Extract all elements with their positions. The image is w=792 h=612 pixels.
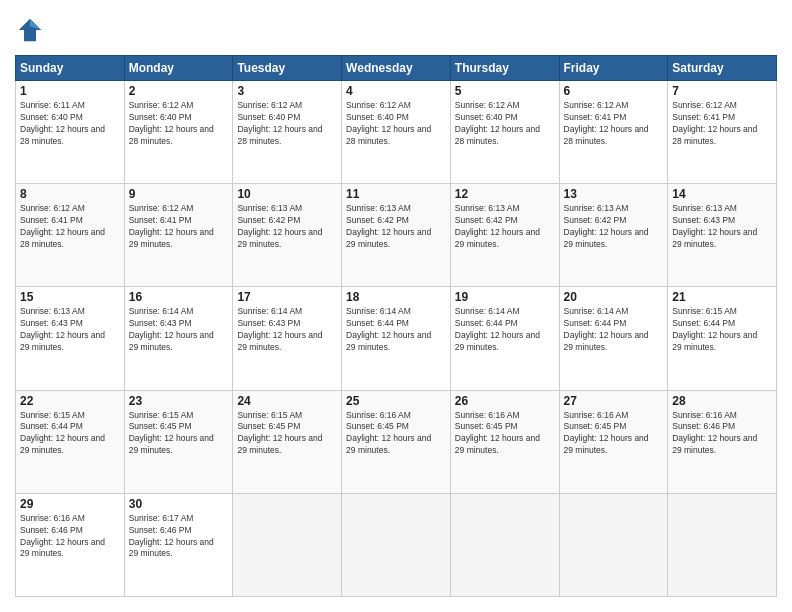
calendar-cell: 20 Sunrise: 6:14 AM Sunset: 6:44 PM Dayl… <box>559 287 668 390</box>
logo-icon <box>15 15 45 45</box>
day-number: 7 <box>672 84 772 98</box>
day-info: Sunrise: 6:12 AM Sunset: 6:40 PM Dayligh… <box>237 100 337 148</box>
day-number: 14 <box>672 187 772 201</box>
day-info: Sunrise: 6:12 AM Sunset: 6:41 PM Dayligh… <box>129 203 229 251</box>
calendar-cell: 2 Sunrise: 6:12 AM Sunset: 6:40 PM Dayli… <box>124 81 233 184</box>
day-info: Sunrise: 6:16 AM Sunset: 6:46 PM Dayligh… <box>672 410 772 458</box>
day-info: Sunrise: 6:15 AM Sunset: 6:45 PM Dayligh… <box>129 410 229 458</box>
weekday-header-sunday: Sunday <box>16 56 125 81</box>
calendar-cell: 13 Sunrise: 6:13 AM Sunset: 6:42 PM Dayl… <box>559 184 668 287</box>
weekday-header-saturday: Saturday <box>668 56 777 81</box>
weekday-header-wednesday: Wednesday <box>342 56 451 81</box>
day-number: 17 <box>237 290 337 304</box>
day-info: Sunrise: 6:14 AM Sunset: 6:44 PM Dayligh… <box>455 306 555 354</box>
calendar-cell: 26 Sunrise: 6:16 AM Sunset: 6:45 PM Dayl… <box>450 390 559 493</box>
day-info: Sunrise: 6:13 AM Sunset: 6:42 PM Dayligh… <box>237 203 337 251</box>
day-number: 30 <box>129 497 229 511</box>
day-number: 18 <box>346 290 446 304</box>
calendar-cell <box>559 493 668 596</box>
day-number: 4 <box>346 84 446 98</box>
day-number: 20 <box>564 290 664 304</box>
day-number: 12 <box>455 187 555 201</box>
day-number: 25 <box>346 394 446 408</box>
day-info: Sunrise: 6:15 AM Sunset: 6:45 PM Dayligh… <box>237 410 337 458</box>
calendar-cell: 3 Sunrise: 6:12 AM Sunset: 6:40 PM Dayli… <box>233 81 342 184</box>
calendar-cell: 9 Sunrise: 6:12 AM Sunset: 6:41 PM Dayli… <box>124 184 233 287</box>
calendar-cell: 23 Sunrise: 6:15 AM Sunset: 6:45 PM Dayl… <box>124 390 233 493</box>
calendar-cell: 12 Sunrise: 6:13 AM Sunset: 6:42 PM Dayl… <box>450 184 559 287</box>
day-number: 27 <box>564 394 664 408</box>
page: SundayMondayTuesdayWednesdayThursdayFrid… <box>0 0 792 612</box>
day-number: 15 <box>20 290 120 304</box>
day-number: 16 <box>129 290 229 304</box>
header <box>15 15 777 45</box>
calendar-cell: 25 Sunrise: 6:16 AM Sunset: 6:45 PM Dayl… <box>342 390 451 493</box>
calendar-cell: 28 Sunrise: 6:16 AM Sunset: 6:46 PM Dayl… <box>668 390 777 493</box>
calendar-cell: 15 Sunrise: 6:13 AM Sunset: 6:43 PM Dayl… <box>16 287 125 390</box>
day-info: Sunrise: 6:14 AM Sunset: 6:44 PM Dayligh… <box>564 306 664 354</box>
day-info: Sunrise: 6:12 AM Sunset: 6:40 PM Dayligh… <box>129 100 229 148</box>
day-info: Sunrise: 6:15 AM Sunset: 6:44 PM Dayligh… <box>672 306 772 354</box>
calendar-cell: 10 Sunrise: 6:13 AM Sunset: 6:42 PM Dayl… <box>233 184 342 287</box>
week-row-2: 8 Sunrise: 6:12 AM Sunset: 6:41 PM Dayli… <box>16 184 777 287</box>
calendar-cell <box>342 493 451 596</box>
day-info: Sunrise: 6:14 AM Sunset: 6:43 PM Dayligh… <box>129 306 229 354</box>
day-info: Sunrise: 6:17 AM Sunset: 6:46 PM Dayligh… <box>129 513 229 561</box>
calendar-cell: 24 Sunrise: 6:15 AM Sunset: 6:45 PM Dayl… <box>233 390 342 493</box>
day-info: Sunrise: 6:13 AM Sunset: 6:42 PM Dayligh… <box>564 203 664 251</box>
day-info: Sunrise: 6:16 AM Sunset: 6:45 PM Dayligh… <box>455 410 555 458</box>
day-number: 24 <box>237 394 337 408</box>
day-info: Sunrise: 6:16 AM Sunset: 6:46 PM Dayligh… <box>20 513 120 561</box>
day-number: 19 <box>455 290 555 304</box>
calendar-cell: 14 Sunrise: 6:13 AM Sunset: 6:43 PM Dayl… <box>668 184 777 287</box>
day-number: 23 <box>129 394 229 408</box>
calendar-cell: 27 Sunrise: 6:16 AM Sunset: 6:45 PM Dayl… <box>559 390 668 493</box>
logo <box>15 15 49 45</box>
calendar-cell: 7 Sunrise: 6:12 AM Sunset: 6:41 PM Dayli… <box>668 81 777 184</box>
day-number: 11 <box>346 187 446 201</box>
calendar-cell <box>668 493 777 596</box>
day-number: 6 <box>564 84 664 98</box>
weekday-header-friday: Friday <box>559 56 668 81</box>
day-number: 9 <box>129 187 229 201</box>
day-number: 26 <box>455 394 555 408</box>
day-number: 28 <box>672 394 772 408</box>
week-row-1: 1 Sunrise: 6:11 AM Sunset: 6:40 PM Dayli… <box>16 81 777 184</box>
day-info: Sunrise: 6:14 AM Sunset: 6:43 PM Dayligh… <box>237 306 337 354</box>
weekday-header-tuesday: Tuesday <box>233 56 342 81</box>
calendar-cell: 18 Sunrise: 6:14 AM Sunset: 6:44 PM Dayl… <box>342 287 451 390</box>
day-info: Sunrise: 6:15 AM Sunset: 6:44 PM Dayligh… <box>20 410 120 458</box>
week-row-3: 15 Sunrise: 6:13 AM Sunset: 6:43 PM Dayl… <box>16 287 777 390</box>
calendar-cell: 1 Sunrise: 6:11 AM Sunset: 6:40 PM Dayli… <box>16 81 125 184</box>
calendar-cell: 6 Sunrise: 6:12 AM Sunset: 6:41 PM Dayli… <box>559 81 668 184</box>
day-info: Sunrise: 6:12 AM Sunset: 6:41 PM Dayligh… <box>564 100 664 148</box>
day-info: Sunrise: 6:16 AM Sunset: 6:45 PM Dayligh… <box>346 410 446 458</box>
day-info: Sunrise: 6:14 AM Sunset: 6:44 PM Dayligh… <box>346 306 446 354</box>
calendar-cell <box>233 493 342 596</box>
day-info: Sunrise: 6:13 AM Sunset: 6:43 PM Dayligh… <box>672 203 772 251</box>
day-number: 13 <box>564 187 664 201</box>
day-number: 29 <box>20 497 120 511</box>
day-number: 1 <box>20 84 120 98</box>
calendar-cell: 8 Sunrise: 6:12 AM Sunset: 6:41 PM Dayli… <box>16 184 125 287</box>
day-info: Sunrise: 6:12 AM Sunset: 6:41 PM Dayligh… <box>672 100 772 148</box>
calendar-cell: 22 Sunrise: 6:15 AM Sunset: 6:44 PM Dayl… <box>16 390 125 493</box>
day-number: 5 <box>455 84 555 98</box>
day-info: Sunrise: 6:12 AM Sunset: 6:40 PM Dayligh… <box>455 100 555 148</box>
weekday-header-row: SundayMondayTuesdayWednesdayThursdayFrid… <box>16 56 777 81</box>
day-info: Sunrise: 6:11 AM Sunset: 6:40 PM Dayligh… <box>20 100 120 148</box>
calendar-cell: 30 Sunrise: 6:17 AM Sunset: 6:46 PM Dayl… <box>124 493 233 596</box>
day-info: Sunrise: 6:12 AM Sunset: 6:41 PM Dayligh… <box>20 203 120 251</box>
week-row-4: 22 Sunrise: 6:15 AM Sunset: 6:44 PM Dayl… <box>16 390 777 493</box>
week-row-5: 29 Sunrise: 6:16 AM Sunset: 6:46 PM Dayl… <box>16 493 777 596</box>
calendar-cell: 16 Sunrise: 6:14 AM Sunset: 6:43 PM Dayl… <box>124 287 233 390</box>
day-number: 2 <box>129 84 229 98</box>
calendar-cell: 11 Sunrise: 6:13 AM Sunset: 6:42 PM Dayl… <box>342 184 451 287</box>
weekday-header-thursday: Thursday <box>450 56 559 81</box>
calendar-table: SundayMondayTuesdayWednesdayThursdayFrid… <box>15 55 777 597</box>
calendar-cell: 21 Sunrise: 6:15 AM Sunset: 6:44 PM Dayl… <box>668 287 777 390</box>
day-info: Sunrise: 6:12 AM Sunset: 6:40 PM Dayligh… <box>346 100 446 148</box>
calendar-cell: 19 Sunrise: 6:14 AM Sunset: 6:44 PM Dayl… <box>450 287 559 390</box>
calendar-cell: 5 Sunrise: 6:12 AM Sunset: 6:40 PM Dayli… <box>450 81 559 184</box>
calendar-cell: 4 Sunrise: 6:12 AM Sunset: 6:40 PM Dayli… <box>342 81 451 184</box>
